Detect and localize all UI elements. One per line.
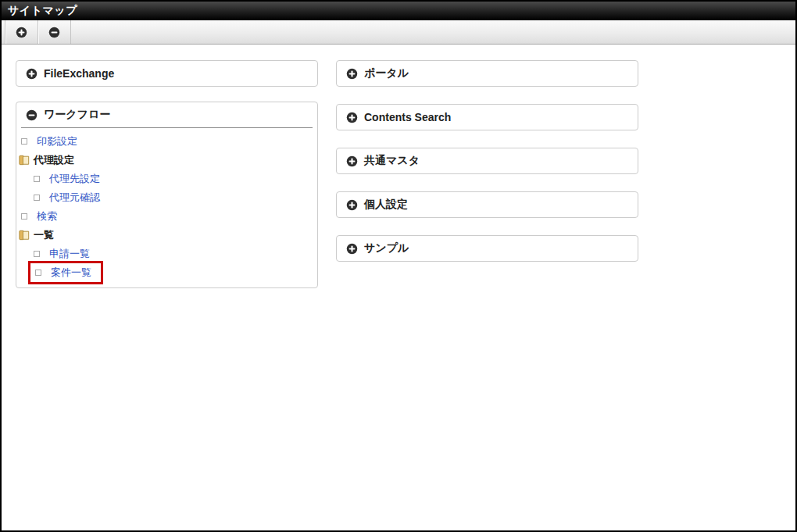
tree-item-link: 印影設定 — [18, 132, 311, 151]
folder-icon — [19, 155, 30, 166]
square-bullet-slot — [18, 210, 30, 223]
square-bullet-slot — [32, 266, 45, 279]
square-bullet-slot — [30, 191, 43, 204]
page-title: サイトマップ — [8, 4, 77, 18]
panel-header-workflow[interactable]: ワークフロー — [16, 102, 317, 127]
highlight-box: 案件一覧 — [28, 261, 103, 284]
panel-title: ワークフロー — [44, 108, 110, 122]
square-bullet-slot — [30, 173, 43, 185]
tree-toolbar — [2, 20, 795, 45]
square-bullet-icon — [34, 251, 40, 257]
panel-header-sample[interactable]: サンプル — [337, 236, 638, 261]
tree-link-label[interactable]: 代理先設定 — [49, 172, 100, 186]
square-bullet-icon — [34, 176, 40, 182]
expand-icon — [346, 155, 358, 167]
panel-title: 共通マスタ — [364, 154, 420, 168]
panel-workflow: ワークフロー印影設定 代理設定代理先設定代理元確認検索 一覧申請一覧案件一覧 — [16, 102, 318, 288]
collapse-icon — [26, 109, 38, 121]
panel-title: サンプル — [364, 241, 409, 255]
folder-icon — [19, 230, 30, 241]
tree-item-wrap: 代理設定 — [18, 153, 74, 167]
panel-header-common-master[interactable]: 共通マスタ — [337, 148, 638, 173]
panel-fileexchange: FileExchange — [16, 60, 318, 87]
panel-portal: ポータル — [336, 60, 638, 87]
tree-item-link: 代理先設定 — [18, 170, 311, 188]
square-bullet-icon — [35, 270, 41, 276]
tree-item-wrap: 代理先設定 — [30, 172, 100, 186]
minus-circle-icon — [48, 27, 60, 38]
folder-icon-slot — [18, 154, 30, 166]
tree-item-link: 案件一覧 — [18, 263, 311, 282]
panel-sample: サンプル — [336, 235, 638, 262]
tree-link-label[interactable]: 申請一覧 — [49, 247, 90, 261]
tree-item-wrap: 検索 — [18, 209, 57, 223]
panel-title: 個人設定 — [364, 198, 408, 212]
expand-icon — [26, 68, 38, 80]
expand-all-button[interactable] — [5, 20, 38, 44]
tree-item-wrap: 代理元確認 — [30, 191, 100, 205]
folder-icon-slot — [18, 229, 30, 241]
tree-link-label[interactable]: 案件一覧 — [51, 266, 91, 280]
square-bullet-icon — [34, 195, 40, 201]
panel-contents-search: Contents Search — [336, 104, 638, 130]
panel-common-master: 共通マスタ — [336, 148, 638, 174]
expand-icon — [346, 199, 358, 211]
panel-title: Contents Search — [364, 111, 451, 123]
tree-folder-label: 代理設定 — [34, 153, 74, 167]
tree-item-wrap: 印影設定 — [18, 134, 77, 148]
tree-link-label[interactable]: 検索 — [37, 209, 57, 223]
tree-item-link: 検索 — [18, 207, 311, 226]
plus-circle-icon — [16, 27, 27, 38]
sitemap-column-right: ポータル Contents Search 共通マスタ 個人設定 サンプル — [336, 60, 638, 279]
panel-personal-settings: 個人設定 — [336, 191, 638, 218]
panel-title: FileExchange — [44, 67, 114, 80]
panel-header-contents-search[interactable]: Contents Search — [337, 105, 638, 130]
tree-item-link: 代理元確認 — [18, 188, 311, 207]
tree-item-folder: 一覧 — [18, 226, 311, 245]
tree-link-label[interactable]: 印影設定 — [37, 134, 77, 148]
expand-icon — [346, 243, 358, 255]
sitemap-tree: 印影設定 代理設定代理先設定代理元確認検索 一覧申請一覧案件一覧 — [16, 128, 317, 287]
square-bullet-icon — [21, 213, 27, 220]
tree-folder-label: 一覧 — [34, 228, 54, 242]
expand-icon — [346, 112, 358, 123]
panel-header-portal[interactable]: ポータル — [337, 61, 638, 86]
panel-title: ポータル — [364, 66, 409, 80]
panel-header-personal-settings[interactable]: 個人設定 — [337, 192, 638, 217]
tree-item-wrap: 一覧 — [18, 228, 54, 242]
collapse-all-button[interactable] — [38, 20, 71, 44]
sitemap-column-left: FileExchange ワークフロー印影設定 代理設定代理先設定代理元確認検索… — [16, 60, 318, 303]
sitemap-page: サイトマップ FileExchange ワークフロー印影設定 代理設定代理先設定… — [0, 0, 797, 532]
tree-item-wrap: 申請一覧 — [30, 247, 90, 261]
square-bullet-slot — [18, 135, 30, 148]
expand-icon — [346, 68, 358, 80]
panel-header-fileexchange[interactable]: FileExchange — [16, 61, 317, 86]
title-bar: サイトマップ — [2, 2, 795, 20]
sitemap-content: FileExchange ワークフロー印影設定 代理設定代理先設定代理元確認検索… — [2, 45, 795, 303]
square-bullet-slot — [30, 248, 43, 260]
tree-item-folder: 代理設定 — [18, 151, 311, 170]
square-bullet-icon — [21, 138, 27, 145]
tree-link-label[interactable]: 代理元確認 — [49, 191, 100, 205]
